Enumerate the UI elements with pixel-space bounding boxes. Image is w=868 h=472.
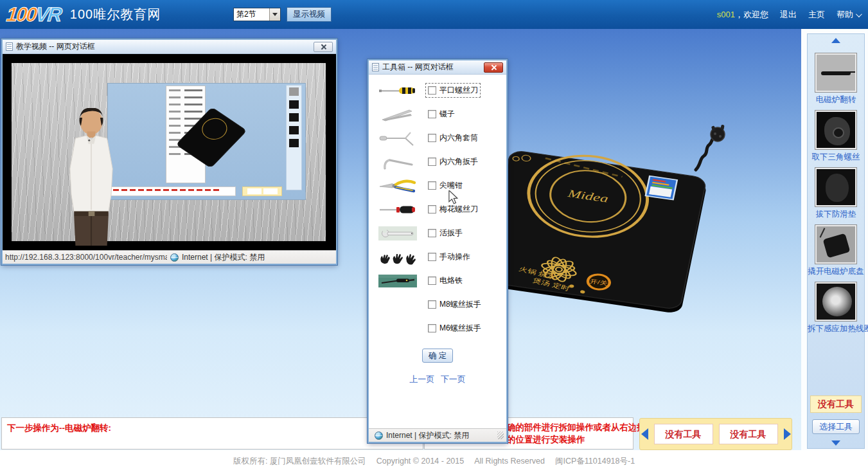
tool-row: 平口螺丝刀	[369, 78, 506, 102]
close-icon	[491, 65, 496, 70]
help-menu[interactable]: 帮助	[837, 9, 860, 21]
tool-row: 梅花螺丝刀	[369, 197, 506, 221]
mini-hint-bar	[111, 186, 236, 196]
tweezers-image	[377, 105, 418, 123]
slots-next-arrow[interactable]	[784, 428, 791, 440]
dropdown-arrow-icon[interactable]	[269, 8, 280, 21]
hint-line-1: 确的部件进行拆卸操作或者从右边拖	[507, 421, 630, 433]
step-item[interactable]: 拔下防滑垫	[808, 168, 864, 220]
torx-screwdriver-image	[377, 201, 418, 219]
video-protection-status: Internet | 保护模式: 禁用	[182, 252, 265, 263]
toolbox-dialog-titlebar[interactable]: 工具箱 -- 网页对话框	[369, 60, 506, 75]
tool-option: 梅花螺丝刀	[425, 202, 481, 217]
brand-logo[interactable]: 100VR	[5, 3, 62, 26]
tool-row: 活扳手	[369, 221, 506, 245]
video-content	[3, 54, 336, 250]
step-thumbnail-remove-screw[interactable]	[815, 111, 856, 149]
tool-row: 手动操作	[369, 245, 506, 269]
step-item[interactable]: 电磁炉翻转	[808, 53, 864, 105]
internet-globe-icon	[375, 431, 383, 440]
tool-row: 电烙铁	[369, 269, 506, 293]
step-thumbnail-remove-pad[interactable]	[815, 168, 856, 206]
video-url-text: http://192.168.3.123:8000/100vr/teacher/…	[5, 253, 167, 262]
scroll-up-arrow[interactable]	[831, 38, 840, 43]
adjustable-wrench-image	[377, 224, 418, 242]
step-thumbnail-flip-cooker[interactable]	[815, 53, 856, 92]
tool-slots-panel: 没有工具 没有工具	[639, 418, 792, 450]
home-link[interactable]: 主页	[808, 9, 825, 21]
tool-checkbox[interactable]	[428, 134, 436, 142]
slots-prev-arrow[interactable]	[641, 428, 648, 440]
toolbox-dialog-title: 工具箱 -- 网页对话框	[382, 62, 484, 73]
toolbox-pager: 上一页 下一页	[369, 374, 506, 385]
tool-checkbox[interactable]	[428, 110, 436, 118]
page: 100VR 100唯尔教育网 第2节 显示视频 s001，欢迎您 退出 主页 帮…	[0, 0, 868, 472]
tool-checkbox[interactable]	[428, 277, 436, 285]
soldering-iron-image	[377, 272, 418, 290]
tool-row: M6螺丝扳手	[369, 316, 506, 340]
tool-checkbox[interactable]	[428, 324, 436, 332]
document-icon	[372, 63, 379, 71]
flat-screwdriver-image	[377, 82, 418, 100]
step-item[interactable]: 取下三角螺丝	[808, 111, 864, 163]
no-image	[377, 296, 418, 314]
copyright-years: Copyright © 2014 - 2015	[376, 457, 464, 466]
toolbox-dialog-statusbar: Internet | 保护模式: 禁用	[369, 428, 506, 442]
tool-checkbox[interactable]	[428, 253, 436, 261]
video-dialog-close-button[interactable]	[314, 42, 333, 52]
tool-checkbox[interactable]	[428, 158, 436, 166]
video-dialog: 教学视频 -- 网页对话框	[1, 39, 337, 265]
show-video-button[interactable]: 显示视频	[287, 7, 332, 22]
tool-checkbox[interactable]	[428, 86, 436, 95]
select-tool-button[interactable]: 选择工具	[812, 419, 860, 434]
header-user-links: s001，欢迎您 退出 主页 帮助	[717, 0, 860, 29]
internet-globe-icon	[170, 253, 179, 262]
tool-row: 内六角扳手	[369, 150, 506, 174]
confirm-button[interactable]: 确 定	[422, 349, 453, 363]
tool-checkbox[interactable]	[428, 300, 436, 309]
tool-option: 内六角扳手	[425, 154, 481, 169]
tool-checkbox[interactable]	[428, 229, 436, 237]
tool-option: M8螺丝扳手	[425, 297, 484, 312]
no-image	[377, 320, 418, 338]
section-select[interactable]: 第2节	[233, 8, 281, 21]
chevron-down-icon	[856, 11, 862, 17]
step-thumbnail-remove-coil[interactable]	[815, 282, 856, 321]
tool-row: 内六角套筒	[369, 126, 506, 150]
tool-option: 尖嘴钳	[425, 178, 465, 193]
close-icon	[321, 44, 326, 50]
step-item[interactable]: 撬开电磁炉底盘	[808, 225, 864, 277]
needle-nose-pliers-image	[377, 177, 418, 195]
document-icon	[6, 42, 13, 51]
tool-slot-2[interactable]: 没有工具	[719, 424, 778, 444]
tool-checkbox[interactable]	[428, 181, 436, 190]
prev-page-link[interactable]: 上一页	[409, 374, 434, 384]
teacher-figure	[58, 108, 125, 246]
tool-option-focused: 平口螺丝刀	[425, 83, 481, 98]
toolbox-protection-status: Internet | 保护模式: 禁用	[386, 430, 469, 441]
tool-row: M8螺丝扳手	[369, 293, 506, 316]
video-dialog-titlebar[interactable]: 教学视频 -- 网页对话框	[3, 40, 336, 54]
step-item[interactable]: 拆下感应加热线圈	[808, 282, 864, 334]
top-header: 100VR 100唯尔教育网 第2节 显示视频 s001，欢迎您 退出 主页 帮…	[0, 0, 868, 29]
tool-option: 内六角套筒	[425, 131, 481, 145]
tool-option: 手动操作	[425, 250, 473, 264]
logout-link[interactable]: 退出	[780, 9, 797, 21]
hint-line-2: 的位置进行安装操作	[507, 433, 630, 446]
projected-screen	[108, 84, 305, 199]
tool-option: 活扳手	[425, 226, 465, 241]
scroll-down-arrow[interactable]	[831, 440, 840, 446]
hex-key-image	[377, 153, 418, 171]
toolbox-dialog: 工具箱 -- 网页对话框 平口螺丝刀 镊子	[368, 59, 508, 443]
toolbox-body: 平口螺丝刀 镊子 内六角套筒	[369, 75, 506, 428]
next-step-panel: 下一步操作为--电磁炉翻转:	[1, 417, 423, 449]
next-step-text: 下一步操作为--电磁炉翻转:	[7, 423, 111, 433]
tool-slot-1[interactable]: 没有工具	[654, 424, 713, 444]
next-page-link[interactable]: 下一页	[441, 374, 466, 384]
tool-checkbox[interactable]	[428, 205, 436, 213]
toolbox-dialog-close-button[interactable]	[484, 62, 503, 73]
step-thumbnail-open-base[interactable]	[815, 225, 856, 264]
sidebar-no-tool-badge: 没有工具	[810, 395, 862, 413]
footer: 版权所有: 厦门凤凰创壹软件有限公司 Copyright © 2014 - 20…	[0, 450, 868, 472]
steps-sidebar: 电磁炉翻转 取下三角螺丝 拔下防滑垫 撬开电磁炉底盘 拆下感应加热线圈 没有工具…	[807, 33, 865, 449]
